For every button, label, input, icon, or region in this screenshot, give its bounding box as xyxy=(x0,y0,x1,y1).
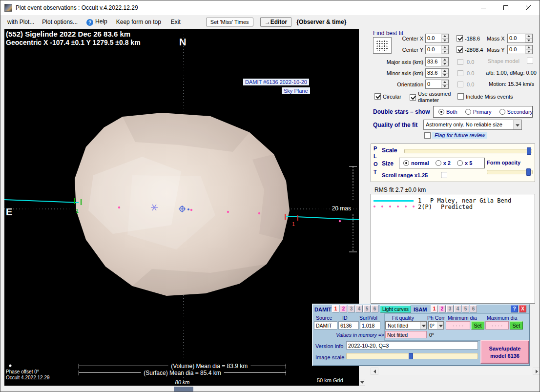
image-scale-thumb[interactable] xyxy=(409,353,413,359)
form-opacity-thumb[interactable] xyxy=(526,168,531,176)
isam-tab-3[interactable]: 3 xyxy=(446,305,454,312)
damit-close-button[interactable]: X xyxy=(519,305,526,312)
version-info-input[interactable]: 2022-10-20, Q=3 xyxy=(346,341,478,350)
radio-icon xyxy=(457,160,463,166)
min-dia-field[interactable]: · · · · xyxy=(446,321,470,330)
center-y-spinner[interactable]: 0.0 xyxy=(425,45,449,54)
damit-tab-5[interactable]: 5 xyxy=(363,305,371,312)
phase-dot xyxy=(9,365,12,367)
size-x2-option[interactable]: x 2 xyxy=(436,160,451,166)
scale-slider-track[interactable] xyxy=(404,149,532,153)
menu-help[interactable]: ?Help xyxy=(86,18,107,26)
titlebar: Plot event observations : Occult v.4.202… xyxy=(0,0,540,15)
isam-tab-4[interactable]: 4 xyxy=(454,305,461,312)
min-dia-set-button[interactable]: Set xyxy=(471,321,484,330)
isam-tab-5[interactable]: 5 xyxy=(462,305,469,312)
orientation-aux-checkbox xyxy=(457,82,463,87)
main-hscrollbar[interactable] xyxy=(0,386,540,392)
double-stars-label: Double stars – show xyxy=(373,108,430,115)
isam-tab-1[interactable]: 1 xyxy=(431,305,438,312)
window-title: Plot event observations : Occult v.4.202… xyxy=(16,4,138,11)
minimize-button[interactable] xyxy=(472,0,495,15)
chevron-down-icon[interactable] xyxy=(437,322,443,329)
flag-review-checkbox[interactable] xyxy=(424,132,431,139)
set-miss-times-button[interactable]: Set 'Miss' Times xyxy=(206,18,253,26)
shape-model-checkbox[interactable] xyxy=(527,58,533,64)
orientation-spinner[interactable]: 0 xyxy=(425,80,449,89)
size-x5-option[interactable]: x 5 xyxy=(457,160,472,166)
damit-tab-4[interactable]: 4 xyxy=(355,305,363,312)
damit-model-tag[interactable]: DAMIT #6136 2022-10-20 xyxy=(243,79,309,85)
damit-tab-6[interactable]: 6 xyxy=(371,305,378,312)
scale-slider-thumb[interactable] xyxy=(527,147,531,155)
double-stars-primary-option[interactable]: Primary xyxy=(465,109,492,115)
light-curves-button[interactable]: Light curves xyxy=(380,305,411,313)
fit-quality-select[interactable]: Not fitted xyxy=(385,321,427,330)
max-dia-set-button[interactable]: Set xyxy=(510,321,523,330)
mass-y-spinner[interactable]: 0.0 xyxy=(507,45,533,54)
damit-panel: DAMIT 1 2 3 4 5 6 Light curves ISAM 1 2 … xyxy=(312,304,530,366)
damit-tab-2[interactable]: 2 xyxy=(340,305,347,312)
surfvol-column-header: Surf/Vol xyxy=(359,315,377,321)
save-update-model-button[interactable]: Save/update model 6136 xyxy=(480,340,529,364)
spin-up-icon xyxy=(441,58,448,62)
offset-x-checkbox[interactable] xyxy=(457,35,463,41)
legend-item-1-number[interactable]: 1 xyxy=(418,197,421,204)
main-hscrollbar-thumb[interactable] xyxy=(174,387,193,392)
east-label: E xyxy=(6,206,12,218)
scroll-left-button[interactable] xyxy=(371,368,378,375)
maximize-button[interactable] xyxy=(495,0,517,15)
menu-exit[interactable]: Exit xyxy=(171,19,181,25)
sky-plane-plot[interactable]: 1 1 xyxy=(4,29,359,386)
damit-tab-3[interactable]: 3 xyxy=(348,305,355,312)
mass-x-spinner[interactable]: 0.0 xyxy=(507,34,533,43)
plot-geocentric: Geocentric X -107.4 ±0.1 Y 1279.5 ±0.8 k… xyxy=(6,39,141,46)
right-panel-hscrollbar[interactable] xyxy=(371,368,540,375)
center-y-label: Center Y xyxy=(389,47,423,53)
flag-review-label: Flag for future review xyxy=(432,132,487,139)
legend-item-2-number[interactable]: 2(P) xyxy=(418,204,432,210)
chevron-down-icon[interactable] xyxy=(513,120,521,129)
isam-tab-6[interactable]: 6 xyxy=(470,305,477,312)
occult-version-label: Occult 4.2022.12.29 xyxy=(6,375,50,380)
legend-item-2-text[interactable]: Predicted xyxy=(441,204,473,210)
size-normal-option[interactable]: normal xyxy=(403,160,429,166)
maximize-icon xyxy=(503,5,508,10)
double-stars-both-option[interactable]: Both xyxy=(438,109,457,115)
max-dia-field[interactable]: · · · · xyxy=(485,321,509,330)
menu-keep-on-top[interactable]: Keep form on top xyxy=(116,19,161,25)
arrow-down-icon xyxy=(360,381,364,384)
mass-x-label: Mass X xyxy=(487,36,505,41)
legend-item-1-text[interactable]: P Maley, near Gila Bend xyxy=(430,197,511,204)
major-axis-spinner[interactable]: 83.6 xyxy=(425,57,449,66)
surface-diameter-label: (Surface) Mean dia = 85.4 km xyxy=(141,370,224,376)
minor-axis-spinner[interactable]: 83.6 xyxy=(425,68,449,78)
close-button[interactable] xyxy=(517,0,540,15)
form-opacity-track[interactable] xyxy=(487,170,533,174)
isam-tab-2[interactable]: 2 xyxy=(438,305,446,312)
ph-corr-select[interactable]: 0° xyxy=(428,321,444,330)
quality-select[interactable]: Astrometry only. No reliable size xyxy=(423,120,522,130)
center-x-spinner[interactable]: 0.0 xyxy=(425,34,449,43)
asteroid-shape-model xyxy=(75,113,290,296)
target-star-dot xyxy=(187,208,189,210)
circular-checkbox[interactable] xyxy=(374,93,381,100)
damit-tab-1[interactable]: 1 xyxy=(332,305,339,312)
sky-plane-tag[interactable]: Sky Plane xyxy=(282,87,310,94)
menu-plot-options[interactable]: Plot options... xyxy=(42,19,78,25)
editor-button[interactable]: →Editor xyxy=(260,17,292,27)
menu-with-plot[interactable]: with Plot... xyxy=(7,19,34,25)
double-stars-secondary-option[interactable]: Secondary xyxy=(499,109,533,115)
damit-help-button[interactable]: ? xyxy=(511,305,518,312)
chevron-down-icon[interactable] xyxy=(420,322,426,329)
minor-axis-label: Minor axis (km) xyxy=(376,70,423,76)
offset-y-checkbox[interactable] xyxy=(457,46,463,53)
scroll-down-button[interactable] xyxy=(359,379,365,386)
radio-icon xyxy=(438,109,444,115)
use-assumed-checkbox[interactable] xyxy=(410,94,416,101)
memory-ph-corr: 0° xyxy=(429,332,434,338)
scroll-right-button[interactable] xyxy=(533,368,540,375)
scroll-range-checkbox[interactable] xyxy=(441,172,447,178)
include-miss-checkbox[interactable] xyxy=(457,93,464,100)
motion-label: Motion: 15.34 km/s xyxy=(489,81,534,87)
